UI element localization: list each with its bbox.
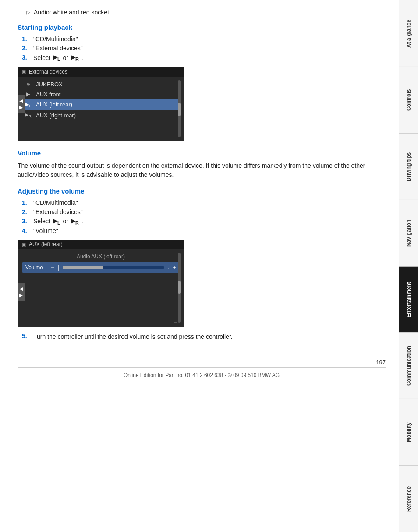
row-label: AUX (left rear): [36, 101, 72, 108]
volume-bar-divider2: .: [167, 264, 169, 271]
row-label: JUKEBOX: [36, 81, 63, 88]
footer-copyright: Online Edition for Part no. 01 41 2 602 …: [18, 367, 386, 378]
step-num: 2.: [22, 45, 31, 52]
bullet-arrow-icon: ▷: [26, 9, 30, 15]
row-label: AUX front: [36, 91, 60, 98]
volume-label: Volume: [25, 264, 48, 271]
sidebar-tab-entertainment[interactable]: Entertainment: [399, 266, 418, 333]
section2-title: Volume: [18, 149, 386, 157]
screen-header-icon: ▣: [22, 69, 26, 74]
step5-text: Turn the controller until the desired vo…: [33, 332, 233, 342]
sidebar-tab-communication[interactable]: Communication: [399, 332, 418, 399]
scroll-thumb2: [178, 281, 181, 294]
screen1-header-text: External devices: [29, 69, 67, 75]
section1-list: 1. "CD/Multimedia" 2. "External devices"…: [18, 35, 386, 62]
nav-arrows2: ◀ ▶: [18, 283, 25, 301]
list-item: 3. Select ▶L or ▶R .: [22, 218, 386, 225]
section2-para: The volume of the sound output is depend…: [18, 161, 386, 180]
screen2-body: Audio AUX (left rear) Volume − | . +: [18, 249, 184, 277]
list-item: 2. "External devices": [22, 45, 386, 52]
screen2-header-icon: ▣: [22, 242, 26, 247]
list-item: 1. "CD/Multimedia": [22, 199, 386, 206]
screen-row-highlighted: ▶L AUX (left rear): [22, 99, 180, 110]
step-text: Select ▶L or ▶R .: [33, 54, 83, 62]
step-text: "Volume": [33, 227, 58, 234]
step-num: 2.: [22, 208, 31, 215]
volume-control: Volume − | . +: [22, 262, 180, 273]
step-num: 1.: [22, 199, 31, 206]
scroll-thumb: [178, 103, 181, 116]
volume-fill: [63, 266, 103, 269]
list-item: 2. "External devices": [22, 208, 386, 215]
step5-item: 5. Turn the controller until the desired…: [18, 332, 386, 342]
volume-plus-icon: +: [173, 264, 176, 271]
nav-arrows: ◀ ▶: [18, 95, 25, 113]
step-text: "External devices": [33, 208, 83, 215]
aux-l-icon: ▶L: [25, 101, 32, 108]
step-num: 1.: [22, 35, 31, 42]
step5-num: 5.: [22, 332, 31, 339]
list-item: 1. "CD/Multimedia": [22, 35, 386, 42]
bullet-item: ▷ Audio: white and red socket.: [18, 9, 386, 16]
sidebar-tab-controls[interactable]: Controls: [399, 67, 418, 133]
bullet-text: Audio: white and red socket.: [34, 9, 111, 16]
step-num: 3.: [22, 54, 31, 61]
footer: 197 Online Edition for Part no. 01 41 2 …: [18, 359, 386, 378]
screen2-bottom-icon: □: [174, 318, 177, 324]
aux-r-icon2: ▶R: [71, 218, 79, 225]
page-number: 197: [18, 359, 386, 366]
aux-icon: ▶: [25, 91, 32, 97]
screen-row: ▶ AUX front: [22, 89, 180, 99]
aux-r-icon: ▶R: [25, 112, 32, 119]
scroll-indicator2: [178, 253, 181, 323]
screen2-header: ▣ AUX (left rear): [18, 240, 184, 249]
usb-icon: ⎈: [25, 81, 32, 87]
volume-bar-divider1: |: [58, 264, 59, 271]
screen2-subtitle: Audio AUX (left rear): [22, 252, 180, 261]
list-item: 3. Select ▶L or ▶R .: [22, 54, 386, 62]
section3-title: Adjusting the volume: [18, 187, 386, 195]
section1-title: Starting playback: [18, 24, 386, 31]
scroll-indicator: [178, 80, 181, 137]
volume-bar: [63, 266, 164, 269]
sidebar-tab-mobility[interactable]: Mobility: [399, 399, 418, 465]
aux-l-icon: ▶L: [53, 54, 60, 62]
screen1-body: ⎈ JUKEBOX ▶ AUX front ▶L AUX (left rear)…: [18, 77, 184, 123]
step-num: 4.: [22, 227, 31, 234]
aux-r-icon: ▶R: [71, 54, 79, 62]
step-text: "CD/Multimedia": [33, 199, 78, 206]
sidebar-tab-reference[interactable]: Reference: [399, 465, 418, 532]
sidebar: At a glance Controls Driving tips Naviga…: [399, 0, 418, 532]
step-text: Select ▶L or ▶R .: [33, 218, 83, 225]
step-text: "External devices": [33, 45, 83, 52]
screen1-header: ▣ External devices: [18, 67, 184, 77]
screen2-header-text: AUX (left rear): [29, 241, 63, 247]
list-item: 4. "Volume": [22, 227, 386, 234]
screen2: ▣ AUX (left rear) Audio AUX (left rear) …: [18, 240, 184, 327]
screen-row: ▶R AUX (right rear): [22, 110, 180, 120]
sidebar-tab-navigation[interactable]: Navigation: [399, 200, 418, 266]
row-label: AUX (right rear): [36, 112, 76, 119]
step-text: "CD/Multimedia": [33, 35, 78, 42]
sidebar-tab-at-a-glance[interactable]: At a glance: [399, 0, 418, 67]
volume-minus-icon: −: [51, 264, 54, 271]
step-num: 3.: [22, 218, 31, 225]
aux-l-icon2: ▶L: [53, 218, 60, 225]
section3-list: 1. "CD/Multimedia" 2. "External devices"…: [18, 199, 386, 235]
screen-row: ⎈ JUKEBOX: [22, 79, 180, 89]
main-content: ▷ Audio: white and red socket. Starting …: [0, 0, 399, 532]
sidebar-tab-driving-tips[interactable]: Driving tips: [399, 133, 418, 200]
screen1: ▣ External devices ⎈ JUKEBOX ▶ AUX front…: [18, 67, 184, 141]
